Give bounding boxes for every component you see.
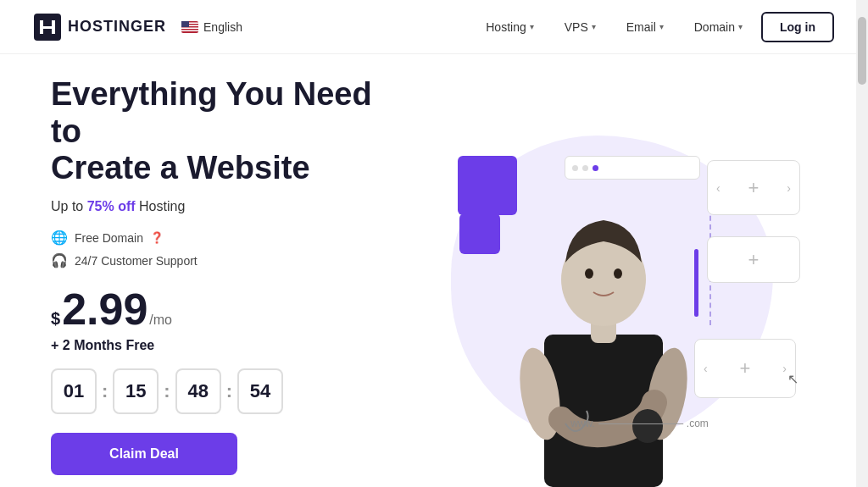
hero-illustration: ‹ + › + ‹ + › ↖ www. .com <box>407 88 817 487</box>
claim-deal-button[interactable]: Claim Deal <box>51 433 237 475</box>
svg-rect-5 <box>181 30 198 31</box>
svg-point-12 <box>585 268 593 279</box>
countdown-separator: : <box>226 380 232 402</box>
nav-vps[interactable]: VPS ▾ <box>553 14 608 41</box>
nav-domain[interactable]: Domain ▾ <box>682 14 754 41</box>
info-icon: ❓ <box>150 231 164 244</box>
hero-subheading: Up to 75% off Hosting <box>51 199 407 214</box>
countdown-ms: 54 <box>237 368 283 414</box>
language-label: English <box>203 20 242 34</box>
browser-dot-2 <box>582 165 588 171</box>
globe-icon: 🌐 <box>51 230 68 246</box>
nav-hosting[interactable]: Hosting ▾ <box>474 14 545 41</box>
countdown-timer: 01 : 15 : 48 : 54 <box>51 368 407 414</box>
ui-card-bottom: ‹ + › <box>694 339 796 398</box>
chevron-down-icon: ▾ <box>659 22 664 31</box>
navbar-left: HOSTINGER English <box>34 14 242 41</box>
www-label: www. <box>570 418 595 429</box>
domain-line <box>598 423 683 424</box>
left-arrow-icon: ‹ <box>716 181 721 195</box>
ui-card-mid-right: + <box>707 236 800 283</box>
price-dollar-sign: $ <box>51 310 60 327</box>
browser-mockup-bar <box>565 156 700 180</box>
purple-square-1 <box>458 156 517 215</box>
hero-content: Everything You Need to Create a Website … <box>51 76 407 487</box>
countdown-minutes: 15 <box>113 368 159 414</box>
browser-dot-1 <box>572 165 578 171</box>
plus-icon: + <box>748 177 760 199</box>
logo-link[interactable]: HOSTINGER <box>34 14 166 41</box>
price-row: $ 2.99 /mo <box>51 287 407 331</box>
flag-icon <box>181 21 198 33</box>
chevron-down-icon: ▾ <box>592 22 596 31</box>
hero-section: Everything You Need to Create a Website … <box>0 54 868 487</box>
brand-name: HOSTINGER <box>68 18 166 36</box>
chevron-down-icon: ▾ <box>530 22 534 31</box>
hero-person <box>519 199 688 487</box>
countdown-hours: 01 <box>51 368 97 414</box>
plus-icon: + <box>740 357 751 379</box>
purple-accent-bar <box>694 249 698 317</box>
headset-icon: 🎧 <box>51 252 68 268</box>
hero-heading: Everything You Need to Create a Website <box>51 76 407 187</box>
countdown-separator: : <box>102 380 108 402</box>
left-arrow-icon: ‹ <box>704 362 708 375</box>
ui-card-top-right: ‹ + › <box>707 160 800 215</box>
svg-rect-4 <box>181 27 198 29</box>
domain-bar: www. .com <box>570 418 709 429</box>
browser-dot-3 <box>593 165 598 171</box>
login-button[interactable]: Log in <box>761 12 834 42</box>
months-free-label: + 2 Months Free <box>51 338 407 353</box>
scrollbar-thumb[interactable] <box>858 17 866 85</box>
price-amount: 2.99 <box>62 287 147 331</box>
svg-point-13 <box>614 268 622 279</box>
feature-support: 🎧 24/7 Customer Support <box>51 252 407 268</box>
purple-square-2 <box>459 213 500 254</box>
price-section: $ 2.99 /mo <box>51 287 407 331</box>
scrollbar[interactable] <box>856 0 868 487</box>
language-selector[interactable]: English <box>181 20 242 34</box>
logo-icon <box>34 14 61 41</box>
svg-rect-6 <box>181 21 189 27</box>
countdown-separator: : <box>164 380 170 402</box>
right-arrow-icon: › <box>782 362 787 375</box>
com-label: .com <box>687 418 709 429</box>
feature-list: 🌐 Free Domain ❓ 🎧 24/7 Customer Support <box>51 230 407 268</box>
right-arrow-icon: › <box>787 181 791 195</box>
navbar-right: Hosting ▾ VPS ▾ Email ▾ Domain ▾ Log in <box>474 12 834 42</box>
price-suffix: /mo <box>149 313 172 328</box>
plus-icon: + <box>748 249 760 271</box>
chevron-down-icon: ▾ <box>738 22 743 31</box>
feature-domain: 🌐 Free Domain ❓ <box>51 230 407 246</box>
countdown-seconds: 48 <box>175 368 221 414</box>
cursor-icon: ↖ <box>787 371 798 387</box>
nav-email[interactable]: Email ▾ <box>615 14 676 41</box>
navbar: HOSTINGER English Hosting ▾ VPS ▾ Email … <box>0 0 868 54</box>
